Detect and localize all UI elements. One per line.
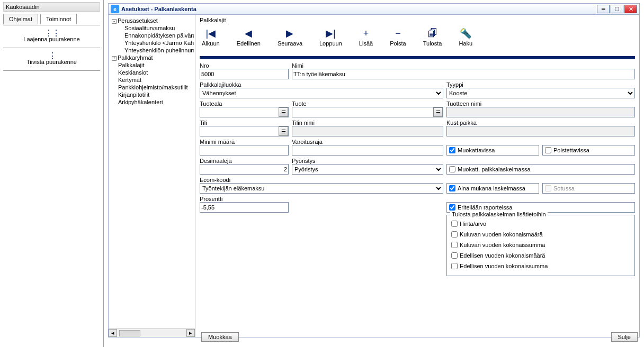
nimi-field[interactable] (292, 69, 635, 79)
close-window-button[interactable]: ✕ (624, 5, 637, 13)
label-tuote: Tuote (292, 101, 443, 107)
muokattavissa-check[interactable]: Muokattavissa (446, 145, 539, 156)
tree-expand-icon: ⋮⋮ (44, 31, 59, 36)
tab-programs[interactable]: Ohjelmat (3, 14, 38, 24)
field-grid: Nro Nimi PalkkalajiluokkaVähennykset Tyy… (200, 61, 635, 276)
next-icon: ▶ (286, 28, 293, 39)
ecom-select[interactable]: Työntekijän eläkemaksu (200, 183, 443, 194)
minus-icon[interactable]: - (112, 19, 117, 24)
tree-label: Perusasetukset (118, 17, 158, 24)
poistettavissa-check[interactable]: Poistettavissa (542, 145, 635, 156)
muokpalk-check[interactable]: Muokatt. palkkalaskelmassa (446, 164, 635, 175)
plus-icon: + (363, 28, 369, 39)
remote-panel: Kaukosäädin Ohjelmat Toiminnot ⋮⋮ Laajen… (0, 0, 104, 347)
kust-field (446, 126, 635, 136)
last-button[interactable]: ▶|Loppuun (319, 28, 342, 47)
lookup-icon[interactable]: ☰ (433, 107, 443, 117)
tree-keskiansiot[interactable]: Keskiansiot (110, 69, 194, 76)
tili-field[interactable] (200, 126, 289, 136)
pros-field[interactable] (200, 202, 289, 213)
app-icon: e (111, 5, 119, 13)
luokka-select[interactable]: Vähennykset (200, 88, 443, 98)
scroll-thumb[interactable] (119, 330, 140, 336)
lookup-icon[interactable]: ☰ (279, 126, 288, 136)
print-icon: 🗐 (428, 28, 437, 39)
expand-label: Laajenna puurakenne (23, 36, 79, 42)
expand-tree-button[interactable]: ⋮⋮ Laajenna puurakenne (3, 31, 100, 42)
minmaara-field[interactable] (200, 145, 289, 156)
sulje-button[interactable]: Sulje (611, 332, 638, 342)
tyyppi-select[interactable]: Kooste (446, 88, 635, 98)
tuote-field[interactable] (292, 107, 443, 117)
nro-field[interactable] (200, 69, 289, 79)
tree-yht2[interactable]: Yhteyshenkilön puhelinnum (110, 47, 194, 54)
next-button[interactable]: ▶Seuraava (278, 28, 302, 47)
label-tuotteennimi: Tuotteen nimi (446, 101, 635, 107)
delete-button[interactable]: −Poista (390, 28, 406, 47)
varoitus-field[interactable] (292, 145, 443, 156)
tree-ennak[interactable]: Ennakonpidätyksen päivära (110, 32, 194, 39)
kuls-check[interactable]: Kuluvan vuoden kokonaissumma (451, 240, 630, 250)
search-button[interactable]: 🔦Haku (459, 28, 472, 47)
label-nro: Nro (200, 62, 289, 69)
tree-sotu[interactable]: Sosiaaliturvamaksu (110, 24, 194, 32)
tb-label: Poista (390, 40, 406, 47)
tree-arki[interactable]: Arkipyhäkalenteri (110, 98, 194, 106)
scroll-left-icon[interactable]: ◂ (109, 329, 117, 337)
group-legend: Tulosta palkkalaskelman lisätietoihin (450, 211, 548, 217)
tree-palkkalajit[interactable]: Palkkalajit (110, 61, 194, 69)
label-pyor: Pyöristys (292, 158, 443, 164)
lookup-icon[interactable]: ☰ (279, 107, 288, 117)
tree-label: Palkkaryhmät (118, 54, 153, 61)
scroll-right-icon[interactable]: ▸ (186, 329, 195, 337)
kulm-check[interactable]: Kuluvan vuoden kokonaismäärä (451, 229, 630, 240)
first-icon: |◀ (205, 28, 216, 39)
add-button[interactable]: +Lisää (359, 28, 373, 47)
content: -Perusasetukset Sosiaaliturvamaksu Ennak… (108, 15, 640, 337)
search-icon: 🔦 (460, 28, 471, 39)
tb-label: Tulosta (423, 40, 442, 47)
print-button[interactable]: 🗐Tulosta (423, 28, 442, 47)
tree-yht1[interactable]: Yhteyshenkilö <Jarmo Kähk (110, 39, 194, 47)
aina-check[interactable]: Aina mukana laskelmassa (446, 183, 539, 194)
minimize-button[interactable]: ━ (597, 5, 610, 13)
window-buttons: ━ ☐ ✕ (597, 5, 637, 13)
record-toolbar: |◀Alkuun ◀Edellinen ▶Seuraava ▶|Loppuun … (200, 23, 635, 56)
tilinnimi-field (292, 126, 443, 136)
tree-kirjanpito[interactable]: Kirjanpitotilit (110, 91, 194, 98)
tab-actions[interactable]: Toiminnot (40, 14, 77, 24)
label-desim: Desimaaleja (200, 158, 289, 164)
tuotteennimi-field (446, 107, 635, 117)
tree-perusasetukset[interactable]: -Perusasetukset (110, 17, 194, 24)
tree-collapse-icon: ⋮ (48, 53, 56, 59)
tuoteala-field[interactable] (200, 107, 289, 117)
label-ecom: Ecom-koodi (200, 177, 443, 183)
maximize-button[interactable]: ☐ (611, 5, 623, 13)
form-area: Palkkalajit |◀Alkuun ◀Edellinen ▶Seuraav… (195, 15, 639, 337)
muokkaa-button[interactable]: Muokkaa (201, 332, 239, 342)
tree-kertymat[interactable]: Kertymät (110, 76, 194, 84)
prev-button[interactable]: ◀Edellinen (237, 28, 261, 47)
eds-check[interactable]: Edellisen vuoden kokonaissumma (451, 261, 630, 271)
label-minmaara: Minimi määrä (200, 139, 289, 145)
label-nimi: Nimi (292, 62, 635, 69)
plus-icon[interactable]: + (112, 56, 117, 61)
tb-label: Alkuun (202, 40, 220, 47)
print-extras-group: Tulosta palkkalaskelman lisätietoihin Hi… (446, 215, 635, 276)
tree-hscroll[interactable]: ◂ ▸ (109, 328, 195, 337)
pyor-select[interactable]: Pyöristys (292, 164, 443, 175)
titlebar: e Asetukset - Palkanlaskenta ━ ☐ ✕ (108, 3, 640, 15)
edm-check[interactable]: Edellisen vuoden kokonaismäärä (451, 250, 630, 261)
main-pane: e Asetukset - Palkanlaskenta ━ ☐ ✕ -Peru… (104, 0, 644, 347)
desim-field[interactable] (200, 164, 289, 175)
remote-title: Kaukosäädin (3, 2, 100, 12)
tree-pankki[interactable]: Pankkiohjelmisto/maksutilit (110, 84, 194, 91)
hinta-check[interactable]: Hinta/arvo (451, 218, 630, 229)
section-label: Palkkalajit (200, 17, 635, 23)
label-tilinnimi: Tilin nimi (292, 120, 443, 126)
collapse-tree-button[interactable]: ⋮ Tiivistä puurakenne (3, 53, 100, 65)
tree-palkkaryhmat[interactable]: +Palkkaryhmät (110, 54, 194, 61)
separator-bar (200, 56, 635, 59)
prev-icon: ◀ (245, 28, 252, 39)
first-button[interactable]: |◀Alkuun (202, 28, 220, 47)
